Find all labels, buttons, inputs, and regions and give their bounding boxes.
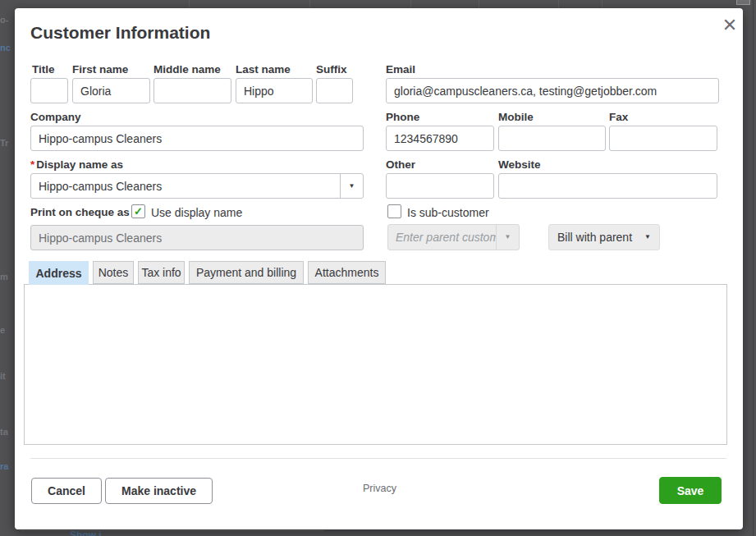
close-button[interactable]: ✕ — [717, 13, 742, 38]
chevron-down-icon: ▼ — [349, 183, 355, 190]
background-row-line — [21, 530, 324, 531]
parent-customer-dropdown-button: ▼ — [496, 225, 519, 250]
dialog-title: Customer Information — [30, 23, 210, 43]
chevron-down-icon: ▼ — [505, 234, 511, 241]
background-column-line — [602, 0, 603, 8]
mobile-label: Mobile — [498, 111, 534, 123]
suffix-input[interactable] — [316, 78, 353, 103]
company-label: Company — [30, 111, 81, 123]
background-fragment: o- — [0, 15, 8, 25]
email-input[interactable] — [386, 78, 719, 103]
tab-attachments[interactable]: Attachments — [308, 261, 386, 284]
other-input[interactable] — [386, 173, 494, 199]
tab-notes[interactable]: Notes — [93, 261, 134, 284]
privacy-link[interactable]: Privacy — [363, 483, 396, 494]
make-inactive-button[interactable]: Make inactive — [105, 478, 213, 504]
background-fragment: e — [0, 325, 5, 335]
use-display-name-label: Use display name — [151, 206, 242, 219]
display-name-label: *Display name as — [30, 158, 123, 171]
tab-payment-and-billing[interactable]: Payment and billing — [189, 261, 304, 284]
background-fragment: Tr — [0, 138, 8, 148]
website-input[interactable] — [498, 173, 717, 199]
footer-divider — [30, 458, 726, 459]
title-label: Title — [32, 63, 55, 76]
background-edge-line — [753, 0, 754, 536]
bill-with-parent-value: Bill with parent — [557, 231, 632, 244]
fax-input[interactable] — [609, 126, 717, 151]
checkmark-icon: ✓ — [134, 206, 143, 217]
parent-customer-placeholder: Enter parent customer — [388, 231, 496, 244]
phone-input[interactable] — [386, 126, 494, 151]
bill-with-parent-select: Bill with parent ▼ — [548, 224, 660, 250]
chevron-down-icon: ▼ — [644, 234, 651, 241]
mobile-input[interactable] — [498, 126, 606, 151]
phone-label: Phone — [386, 111, 419, 123]
is-sub-customer-checkbox[interactable] — [387, 204, 401, 218]
middle-name-label: Middle name — [153, 63, 221, 76]
background-column-line — [309, 0, 310, 8]
tab-address[interactable]: Address — [29, 261, 89, 285]
save-button[interactable]: Save — [659, 477, 722, 504]
print-on-cheque-label: Print on cheque as — [30, 206, 130, 218]
background-fragment: nc — [0, 43, 11, 53]
fax-label: Fax — [609, 111, 628, 123]
background-fragment: it — [0, 371, 6, 381]
last-name-label: Last name — [236, 63, 291, 76]
display-name-select[interactable]: Hippo-campus Cleaners ▼ — [30, 173, 364, 199]
use-display-name-checkbox[interactable]: ✓ — [131, 204, 145, 218]
background-fragment: Show i — [70, 529, 102, 536]
cheque-name-input — [30, 225, 364, 250]
display-name-dropdown-button[interactable]: ▼ — [340, 174, 363, 198]
company-input[interactable] — [30, 126, 364, 151]
suffix-label: Suffix — [316, 63, 347, 76]
first-name-input[interactable] — [72, 78, 150, 103]
last-name-input[interactable] — [236, 78, 313, 103]
background-column-line — [410, 0, 411, 8]
middle-name-input[interactable] — [153, 78, 231, 103]
cancel-button[interactable]: Cancel — [31, 478, 102, 504]
tab-tax-info[interactable]: Tax info — [138, 261, 185, 284]
customer-information-dialog: Customer Information ✕ Title First name … — [15, 8, 743, 529]
background-column-line — [189, 0, 190, 8]
background-fragment: ta — [0, 427, 8, 437]
title-input[interactable] — [30, 78, 68, 103]
required-asterisk: * — [30, 158, 34, 171]
other-label: Other — [386, 158, 415, 171]
background-scrollbar-notch — [736, 0, 750, 5]
background-fragment: m — [0, 272, 8, 282]
background-column-line — [479, 0, 479, 8]
close-icon: ✕ — [722, 15, 737, 35]
background-overlay-left: o- nc Tr m e it ta ra — [0, 0, 15, 536]
website-label: Website — [498, 158, 541, 171]
parent-customer-select: Enter parent customer ▼ — [387, 224, 520, 250]
first-name-label: First name — [72, 63, 128, 76]
display-name-value: Hippo-campus Cleaners — [31, 180, 340, 193]
address-tab-panel — [24, 284, 727, 445]
is-sub-customer-label: Is sub-customer — [407, 206, 489, 219]
background-fragment: ra — [0, 461, 8, 471]
background-column-line — [558, 0, 559, 8]
email-label: Email — [386, 63, 415, 76]
